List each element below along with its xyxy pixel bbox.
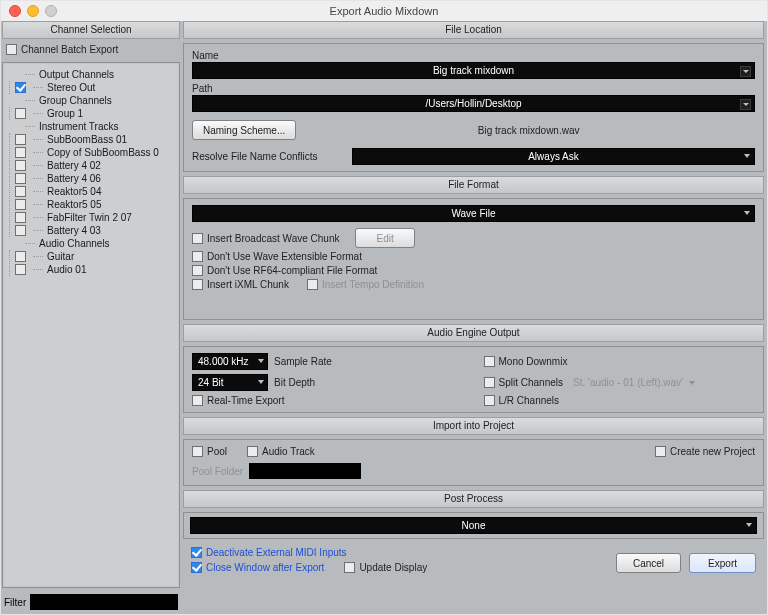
channel-batch-export-checkbox[interactable] (6, 44, 17, 55)
minimize-icon[interactable] (27, 5, 39, 17)
dont-rf64-checkbox[interactable] (192, 265, 203, 276)
tree-group-output[interactable]: Output Channels (37, 69, 114, 80)
sample-rate-value: 48.000 kHz (198, 356, 249, 367)
create-new-project-checkbox[interactable] (655, 446, 666, 457)
split-channels-label: Split Channels (499, 377, 563, 388)
mono-downmix-label: Mono Downmix (499, 356, 568, 367)
chevron-down-icon (746, 523, 752, 527)
create-new-project-label: Create new Project (670, 446, 755, 457)
real-time-export-checkbox[interactable] (192, 395, 203, 406)
name-value: Big track mixdown (433, 65, 514, 76)
tree-checkbox[interactable] (15, 199, 26, 210)
tree-item[interactable]: Battery 4 06 (45, 173, 101, 184)
tree-checkbox[interactable] (15, 251, 26, 262)
tree-item[interactable]: FabFilter Twin 2 07 (45, 212, 132, 223)
close-after-export-checkbox[interactable] (191, 562, 202, 573)
split-channels-value[interactable]: St. 'audio - 01 (Left).wav' (573, 377, 683, 388)
tree-item[interactable]: Battery 4 03 (45, 225, 101, 236)
deactivate-midi-checkbox[interactable] (191, 547, 202, 558)
pool-label: Pool (207, 446, 227, 457)
export-audio-mixdown-window: Export Audio Mixdown Channel Selection C… (0, 0, 768, 615)
filter-input[interactable] (30, 594, 178, 610)
audio-track-checkbox[interactable] (247, 446, 258, 457)
pool-folder-label: Pool Folder (192, 466, 243, 477)
file-format-value: Wave File (451, 208, 495, 219)
tree-checkbox[interactable] (15, 82, 26, 93)
chevron-down-icon[interactable] (689, 381, 695, 385)
tree-checkbox[interactable] (15, 173, 26, 184)
edit-broadcast-button: Edit (355, 228, 414, 248)
chevron-down-icon[interactable] (740, 99, 751, 110)
tree-item[interactable]: Copy of SubBoomBass 0 (45, 147, 159, 158)
window-controls (9, 5, 57, 17)
file-format-field[interactable]: Wave File (192, 205, 755, 222)
tree-checkbox[interactable] (15, 134, 26, 145)
resolve-conflicts-value: Always Ask (528, 151, 579, 162)
bit-depth-value: 24 Bit (198, 377, 224, 388)
tree-checkbox[interactable] (15, 264, 26, 275)
chevron-down-icon[interactable] (740, 66, 751, 77)
tree-item[interactable]: Reaktor5 05 (45, 199, 101, 210)
zoom-icon[interactable] (45, 5, 57, 17)
tree-checkbox[interactable] (15, 225, 26, 236)
channel-tree[interactable]: Output Channels Stereo Out Group Channel… (2, 62, 180, 588)
lr-channels-label: L/R Channels (499, 395, 560, 406)
filter-row: Filter (2, 591, 180, 613)
tree-checkbox[interactable] (15, 186, 26, 197)
chevron-down-icon (744, 154, 750, 158)
tree-item[interactable]: Reaktor5 04 (45, 186, 101, 197)
insert-ixml-label: Insert iXML Chunk (207, 279, 289, 290)
sample-rate-label: Sample Rate (274, 356, 332, 367)
tree-group-audio[interactable]: Audio Channels (37, 238, 110, 249)
tree-checkbox[interactable] (15, 160, 26, 171)
naming-scheme-button[interactable]: Naming Scheme... (192, 120, 296, 140)
path-label: Path (192, 83, 755, 94)
tree-checkbox[interactable] (15, 108, 26, 119)
tree-item[interactable]: Guitar (45, 251, 74, 262)
cancel-button[interactable]: Cancel (616, 553, 681, 573)
bit-depth-label: Bit Depth (274, 377, 315, 388)
chevron-down-icon (258, 359, 264, 363)
tree-item[interactable]: Group 1 (45, 108, 83, 119)
channel-batch-export-label: Channel Batch Export (21, 44, 118, 55)
update-display-label: Update Display (359, 562, 427, 573)
insert-tempo-label: Insert Tempo Definition (322, 279, 424, 290)
pool-checkbox[interactable] (192, 446, 203, 457)
audio-track-label: Audio Track (262, 446, 315, 457)
bottom-bar: Deactivate External MIDI Inputs Close Wi… (183, 543, 764, 577)
tree-item[interactable]: SubBoomBass 01 (45, 134, 127, 145)
split-channels-checkbox[interactable] (484, 377, 495, 388)
chevron-down-icon (258, 380, 264, 384)
tree-checkbox[interactable] (15, 212, 26, 223)
name-field[interactable]: Big track mixdown (192, 62, 755, 79)
tree-checkbox[interactable] (15, 147, 26, 158)
pool-folder-field[interactable] (249, 463, 361, 479)
resolve-conflicts-field[interactable]: Always Ask (352, 148, 755, 165)
tree-item[interactable]: Stereo Out (45, 82, 95, 93)
tree-group-instrument[interactable]: Instrument Tracks (37, 121, 118, 132)
tree-item[interactable]: Battery 4 02 (45, 160, 101, 171)
export-button[interactable]: Export (689, 553, 756, 573)
import-panel: Pool Audio Track Create new Project Pool… (183, 439, 764, 486)
bit-depth-field[interactable]: 24 Bit (192, 374, 268, 391)
audio-engine-header: Audio Engine Output (183, 324, 764, 342)
filename-preview: Big track mixdown.wav (302, 125, 755, 136)
insert-broadcast-checkbox[interactable] (192, 233, 203, 244)
update-display-checkbox[interactable] (344, 562, 355, 573)
insert-ixml-checkbox[interactable] (192, 279, 203, 290)
filter-label: Filter (4, 597, 26, 608)
sample-rate-field[interactable]: 48.000 kHz (192, 353, 268, 370)
file-location-panel: Name Big track mixdown Path /Users/Holli… (183, 43, 764, 172)
dont-wave-ext-checkbox[interactable] (192, 251, 203, 262)
channel-selection-sidebar: Channel Selection Channel Batch Export O… (2, 21, 180, 613)
deactivate-midi-label: Deactivate External MIDI Inputs (206, 547, 347, 558)
lr-channels-checkbox[interactable] (484, 395, 495, 406)
post-process-field[interactable]: None (190, 517, 757, 534)
tree-item[interactable]: Audio 01 (45, 264, 86, 275)
tree-group-group[interactable]: Group Channels (37, 95, 112, 106)
mono-downmix-checkbox[interactable] (484, 356, 495, 367)
insert-tempo-checkbox (307, 279, 318, 290)
real-time-export-label: Real-Time Export (207, 395, 284, 406)
path-field[interactable]: /Users/Hollin/Desktop (192, 95, 755, 112)
close-icon[interactable] (9, 5, 21, 17)
